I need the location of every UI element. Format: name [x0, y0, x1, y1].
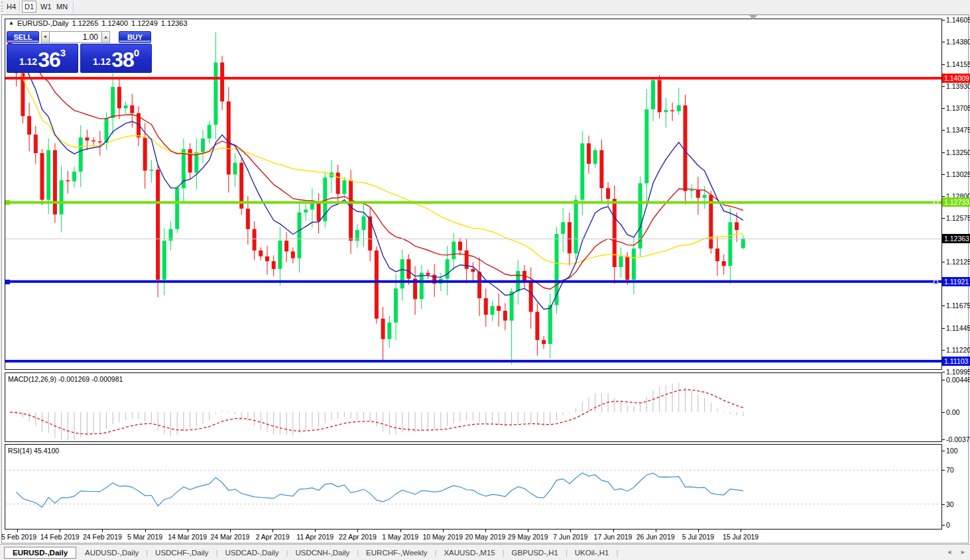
chart-tab-ukoil-h1[interactable]: UKOil-,H1 — [568, 547, 617, 558]
macd-axis-tick-mark — [942, 380, 945, 380]
volume-increase-button[interactable]: ▲ — [101, 31, 110, 43]
volume-input[interactable] — [50, 31, 101, 43]
x-axis-tick-mark — [230, 530, 231, 532]
rsi-canvas[interactable] — [5, 445, 941, 529]
tab-scroll-left-icon[interactable]: ◄ — [946, 549, 952, 555]
level-price-label[interactable]: 1.12733 — [942, 197, 970, 207]
rsi-panel[interactable] — [5, 444, 942, 530]
x-axis-tick: 5 Mar 2019 — [127, 533, 162, 541]
rsi-axis-tick: 70 — [946, 466, 954, 474]
rsi-name: RSI(14) — [8, 447, 32, 455]
x-axis-tick: 14 Feb 2019 — [40, 533, 80, 541]
volume-decrease-button[interactable]: ▼ — [41, 31, 50, 43]
x-axis-tick: 7 Jun 2019 — [553, 533, 587, 541]
x-axis-tick: 24 Feb 2019 — [83, 533, 122, 541]
sell-price-prefix: 1.12 — [19, 56, 37, 67]
y-axis-tick-mark — [942, 20, 945, 21]
toolbar-separator — [73, 1, 74, 12]
rsi-label: RSI(14) 45.4100 — [8, 447, 59, 455]
buy-price-pip: 0 — [134, 47, 139, 58]
level-price-label[interactable]: 1.11103 — [942, 357, 970, 366]
timeframe-w1-button[interactable]: W1 — [38, 1, 54, 13]
collapse-trade-panel-icon[interactable]: ▲ — [9, 20, 14, 27]
timeframe-mn-button[interactable]: MN — [54, 1, 70, 13]
y-axis-tick: 1.14155 — [946, 60, 970, 68]
rsi-axis-tick: 0 — [946, 521, 950, 529]
buy-price-box[interactable]: 1.12 38 0 — [80, 44, 152, 73]
y-axis-tick: 1.13705 — [946, 104, 970, 112]
x-axis-tick: 5 Jul 2019 — [682, 533, 714, 541]
x-axis-tick-mark — [443, 530, 444, 532]
y-axis-tick: 1.13025 — [946, 170, 970, 178]
y-axis-tick-mark — [942, 108, 945, 109]
y-axis-tick: 1.11675 — [946, 302, 970, 309]
rsi-axis-tick: 100 — [946, 447, 958, 455]
timeframe-h4-button[interactable]: H4 — [4, 1, 19, 13]
x-axis-tick: 17 Jun 2019 — [594, 533, 633, 541]
macd-axis-tick-mark — [942, 439, 945, 440]
chart-tab-gbpusd-h1[interactable]: GBPUSD-,H1 — [505, 547, 566, 558]
buy-button[interactable]: BUY — [119, 31, 151, 43]
y-axis-tick: 1.13475 — [946, 126, 970, 134]
level-price-label[interactable]: 1.14009 — [942, 74, 970, 83]
macd-canvas[interactable] — [5, 373, 941, 441]
sell-price-box[interactable]: 1.12 36 3 — [7, 44, 78, 73]
level-handle[interactable] — [5, 280, 10, 284]
y-axis-tick-mark — [942, 262, 945, 262]
sell-button[interactable]: SELL — [7, 31, 39, 43]
x-axis-tick-mark — [698, 530, 699, 532]
y-axis-tick-mark — [942, 328, 945, 329]
chart-tab-usdchf-daily[interactable]: USDCHF-,Daily — [148, 547, 216, 558]
y-axis-tick-mark — [942, 130, 945, 131]
level-handle[interactable] — [934, 200, 938, 205]
macd-axis-tick: -0.003715 — [946, 435, 970, 443]
rsi-axis-tick-mark — [942, 451, 945, 451]
chart-tab-eurchf-weekly[interactable]: EURCHF-,Weekly — [359, 547, 434, 558]
level-handle[interactable] — [934, 280, 938, 284]
y-axis-tick-mark — [942, 196, 945, 197]
chart-header: ▲ EURUSD-,Daily 1.12265 1.12400 1.12249 … — [9, 19, 188, 27]
x-axis-tick-mark — [400, 530, 401, 532]
y-axis-tick-mark — [942, 372, 945, 372]
y-axis-tick: 1.12575 — [946, 214, 970, 222]
chart-high-value: 1.12400 — [101, 19, 128, 27]
y-axis-tick: 1.14380 — [946, 38, 970, 46]
macd-main-value: -0.001269 — [58, 375, 90, 383]
sell-price-pip: 3 — [60, 47, 66, 58]
x-axis-tick: 2 Apr 2019 — [256, 533, 290, 541]
y-axis-tick: 1.12125 — [946, 258, 970, 266]
chart-tab-usdcnh-daily[interactable]: USDCNH-,Daily — [288, 547, 357, 558]
x-axis-tick-mark — [102, 530, 103, 532]
tab-scroll-right-icon[interactable]: ► — [960, 549, 966, 555]
level-price-label[interactable]: 1.11921 — [942, 277, 970, 286]
y-axis-tick: 1.13250 — [946, 148, 970, 156]
x-axis-tick: 22 Apr 2019 — [339, 533, 377, 541]
macd-label: MACD(12,26,9) -0.001269 -0.000981 — [8, 375, 123, 383]
rsi-axis-tick: 30 — [946, 500, 954, 508]
x-axis-tick-mark — [528, 530, 528, 532]
x-axis-tick-mark — [485, 530, 486, 532]
chart-tab-usdcad-daily[interactable]: USDCAD-,Daily — [217, 547, 286, 558]
chart-close-value: 1.12363 — [161, 19, 188, 27]
macd-panel[interactable] — [5, 372, 942, 442]
y-axis-tick-mark — [942, 306, 945, 306]
tab-divider: | — [617, 549, 619, 557]
x-axis-tick: 15 Jul 2019 — [723, 533, 758, 541]
current-price-label: 1.12363 — [942, 234, 970, 243]
x-axis-tick: 10 May 2019 — [422, 533, 463, 541]
chart-tab-eurusd-daily[interactable]: EURUSD-,Daily — [4, 547, 76, 559]
chart-tab-bar: EURUSD-,DailyAUDUSD-,Daily|USDCHF-,Daily… — [0, 544, 970, 560]
macd-signal-value: -0.000981 — [91, 375, 123, 383]
x-axis-tick-mark — [17, 530, 18, 532]
x-axis-tick-mark — [570, 530, 571, 532]
rsi-axis-tick-mark — [942, 504, 945, 505]
chart-tab-xauusd-m15[interactable]: XAUUSD-,M15 — [436, 547, 502, 558]
timeframe-d1-button[interactable]: D1 — [22, 1, 36, 13]
chart-shift-marker-icon[interactable] — [749, 15, 757, 20]
y-axis-tick: 1.11445 — [946, 324, 970, 332]
level-handle[interactable] — [5, 200, 10, 205]
macd-name: MACD(12,26,9) — [8, 375, 56, 383]
x-axis-tick-mark — [188, 530, 188, 532]
chart-tab-audusd-daily[interactable]: AUDUSD-,Daily — [78, 547, 146, 558]
chart-low-value: 1.12249 — [131, 19, 158, 27]
